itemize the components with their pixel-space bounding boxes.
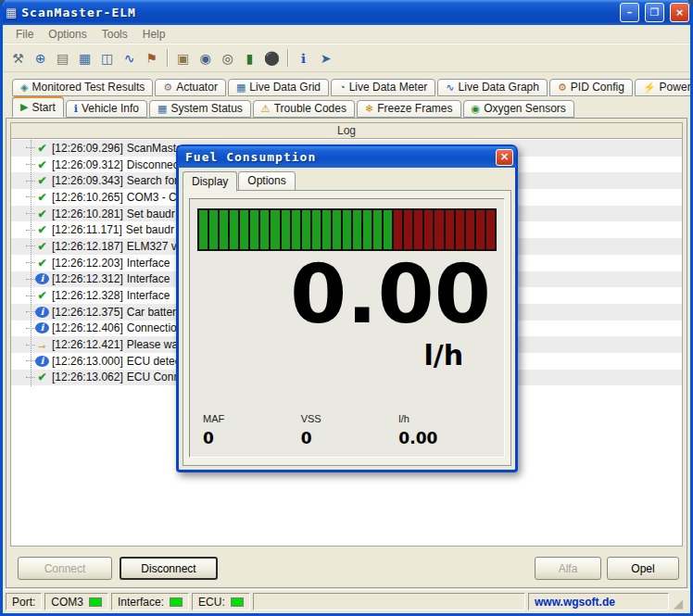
tree-line <box>31 140 32 386</box>
menu-item-tools[interactable]: Tools <box>94 26 135 43</box>
tab-live-data-graph[interactable]: ∿Live Data Graph <box>437 79 548 96</box>
vehicle-info-icon: ℹ <box>74 104 78 114</box>
gauge-segment <box>312 210 321 249</box>
flag-icon: ⚑ <box>145 51 158 66</box>
globe-icon: ⊕ <box>35 51 46 66</box>
start-icon: ▶ <box>20 102 28 112</box>
gauge-segment <box>424 210 433 249</box>
port-value: COM3 <box>51 596 83 609</box>
live-data-meter-icon: ◔ <box>339 82 346 93</box>
camera-button[interactable]: ◎ <box>217 47 238 69</box>
dialog-tab-options[interactable]: Options <box>238 171 295 191</box>
globe-button[interactable]: ⊕ <box>30 47 51 69</box>
log-header: Log <box>11 123 682 139</box>
gauge-segment <box>343 210 351 249</box>
menu-item-options[interactable]: Options <box>41 26 94 43</box>
menu-item-help[interactable]: Help <box>135 26 173 43</box>
alfa-button[interactable]: Alfa <box>535 557 601 580</box>
tab-actuator[interactable]: ⚙Actuator <box>155 79 226 96</box>
arrow-icon: → <box>35 338 49 351</box>
fuel-unit: l/h <box>190 342 504 370</box>
tab-pid-config[interactable]: ⚙PID Config <box>549 79 633 96</box>
search-button[interactable]: ◉ <box>195 47 216 69</box>
log-text: Connectio <box>127 321 177 334</box>
tab-label: Oxygen Sensors <box>484 102 566 115</box>
clipboard-button[interactable]: ▣ <box>172 47 194 69</box>
dialog-title-bar[interactable]: Fuel Consumption × <box>178 146 516 168</box>
tab-row-secondary: ◈Monitored Test Results⚙Actuator▦Live Da… <box>8 76 685 96</box>
log-text: ScanMaste <box>127 142 183 155</box>
exit-icon: ➤ <box>321 51 332 66</box>
ecu-label: ECU: <box>198 596 225 609</box>
grid-button[interactable]: ▦ <box>74 47 95 69</box>
gauge-segment <box>363 210 372 249</box>
gauge-segment <box>322 210 331 249</box>
menu-item-file[interactable]: File <box>8 26 41 43</box>
maximize-button[interactable]: ❐ <box>645 3 664 22</box>
tab-start[interactable]: ▶Start <box>12 96 64 118</box>
check-icon: ✔ <box>35 257 49 270</box>
port-led <box>89 597 102 607</box>
ecu-led <box>231 597 244 607</box>
fuel-gauge <box>197 208 497 251</box>
wave-button[interactable]: ∿ <box>119 47 140 69</box>
wrench-icon: ⚒ <box>12 51 24 66</box>
pid-config-icon: ⚙ <box>558 82 567 93</box>
tab-system-status[interactable]: ▦System Status <box>149 100 251 118</box>
tab-label: Live Data Graph <box>459 81 539 94</box>
fuel-value: 0.00 <box>190 253 504 336</box>
wrench-button[interactable]: ⚒ <box>7 47 29 69</box>
check-icon: ✔ <box>35 191 49 204</box>
check-icon: ✔ <box>35 142 49 155</box>
readout-label: MAF <box>203 413 301 424</box>
status-interface: Interface: <box>111 593 189 610</box>
check-icon: ✔ <box>35 289 49 302</box>
battery-button[interactable]: ▮ <box>239 47 260 69</box>
tab-label: Trouble Codes <box>274 102 346 115</box>
panel-button[interactable]: ◫ <box>96 47 118 69</box>
battery-icon: ▮ <box>246 51 254 66</box>
tab-trouble-codes[interactable]: ⚠Trouble Codes <box>253 100 355 118</box>
tab-freeze-frames[interactable]: ❄Freeze Frames <box>357 100 461 118</box>
flag-button[interactable]: ⚑ <box>141 47 162 69</box>
report-button[interactable]: ▤ <box>52 47 73 69</box>
tab-live-data-meter[interactable]: ◔Live Data Meter <box>331 79 435 96</box>
exit-button[interactable]: ➤ <box>315 47 336 69</box>
website-link[interactable]: www.wgsoft.de <box>535 596 615 609</box>
status-port-label: Port: <box>6 593 42 610</box>
status-spacer <box>253 593 525 610</box>
tab-power[interactable]: ⚡Power <box>635 79 693 96</box>
tab-label: Live Data Grid <box>249 81 321 94</box>
dialog-close-button[interactable]: × <box>496 149 513 166</box>
opel-button[interactable]: Opel <box>607 557 679 580</box>
title-bar[interactable]: ▦ ScanMaster-ELM – ❐ × <box>0 0 693 25</box>
minimize-button[interactable]: – <box>620 3 639 22</box>
log-text: Set baudr <box>127 207 175 220</box>
record-icon: ⚫ <box>264 51 280 66</box>
dialog-tab-strip: DisplayOptions <box>179 168 515 191</box>
close-button[interactable]: × <box>670 3 689 22</box>
live-data-grid-icon: ▦ <box>236 82 246 93</box>
log-time: [12:26:09.312] <box>52 158 123 171</box>
record-button[interactable]: ⚫ <box>261 47 283 69</box>
tab-live-data-grid[interactable]: ▦Live Data Grid <box>228 79 329 96</box>
log-time: [12:26:12.187] <box>52 240 123 253</box>
log-time: [12:26:13.000] <box>52 355 123 368</box>
connect-button[interactable]: Connect <box>18 557 112 580</box>
tab-monitored-test-results[interactable]: ◈Monitored Test Results <box>12 79 153 96</box>
dialog-tab-display[interactable]: Display <box>183 171 237 192</box>
check-icon: ✔ <box>35 371 49 383</box>
gauge-segment <box>250 210 258 249</box>
status-ecu: ECU: <box>192 593 250 610</box>
tab-vehicle-info[interactable]: ℹVehicle Info <box>66 100 147 118</box>
disconnect-button[interactable]: Disconnect <box>120 557 218 580</box>
info-button[interactable]: ℹ <box>293 47 314 69</box>
tab-label: Actuator <box>176 81 218 94</box>
info-icon: i <box>35 307 49 318</box>
resize-grip[interactable]: ◢ <box>674 597 687 611</box>
status-port-value: COM3 <box>44 593 108 610</box>
tab-oxygen-sensors[interactable]: ◉Oxygen Sensors <box>463 100 574 118</box>
gauge-segment <box>384 210 392 249</box>
check-icon: ✔ <box>35 174 49 187</box>
info-icon: i <box>35 356 49 367</box>
